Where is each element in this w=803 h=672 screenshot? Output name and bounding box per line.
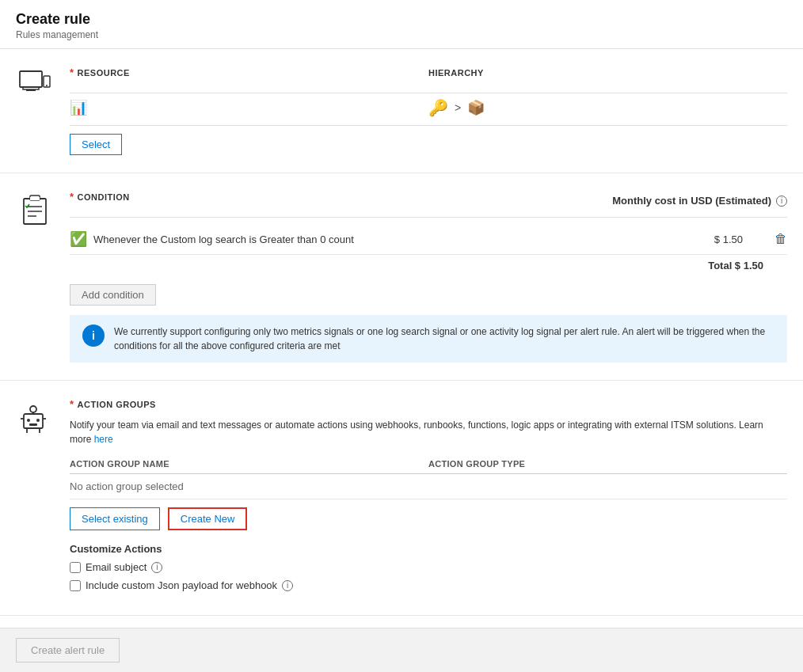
create-new-button[interactable]: Create New	[168, 507, 248, 530]
action-groups-description: Notify your team via email and text mess…	[70, 418, 787, 446]
ag-empty-row: No action group selected	[70, 474, 787, 499]
svg-rect-2	[26, 89, 36, 91]
customize-actions: Customize Actions Email subject i Includ…	[70, 543, 787, 591]
info-circle-icon: i	[82, 325, 105, 347]
action-groups-icon	[16, 401, 51, 436]
json-payload-row: Include custom Json payload for webhook …	[70, 579, 787, 591]
condition-text: Whenever the Custom log search is Greate…	[93, 233, 354, 245]
resource-section-icon	[16, 66, 54, 98]
json-payload-label: Include custom Json payload for webhook	[86, 579, 277, 591]
ag-col-type: ACTION GROUP TYPE	[428, 459, 787, 469]
delete-condition-icon[interactable]: 🗑	[774, 232, 787, 246]
condition-label: * CONDITION	[70, 191, 130, 203]
info-message: We currently support configuring only tw…	[114, 325, 774, 353]
select-resource-button[interactable]: Select	[70, 134, 122, 155]
email-subject-info-icon[interactable]: i	[151, 562, 162, 573]
svg-point-4	[46, 85, 48, 86]
condition-section-icon	[16, 191, 54, 226]
resource-hierarchy-row: 📊 🔑 > 📦	[70, 98, 787, 126]
svg-rect-1	[23, 87, 39, 89]
customize-actions-title: Customize Actions	[70, 543, 787, 555]
email-subject-label: Email subject	[86, 561, 147, 573]
hierarchy-header: HIERARCHY	[428, 68, 787, 85]
svg-rect-0	[20, 71, 42, 87]
page-header: Create rule Rules management	[0, 0, 803, 49]
resource-label: * RESOURCE	[70, 66, 428, 78]
hierarchy-icons-area: 🔑 > 📦	[428, 98, 787, 117]
cost-label: Monthly cost in USD (Estimated)	[612, 195, 771, 207]
condition-section: * CONDITION Monthly cost in USD (Estimat…	[0, 173, 803, 381]
condition-icon	[21, 194, 49, 226]
action-groups-label: * ACTION GROUPS	[70, 398, 787, 410]
ag-table-header: ACTION GROUP NAME ACTION GROUP TYPE	[70, 454, 787, 474]
email-subject-row: Email subject i	[70, 561, 787, 573]
json-payload-checkbox[interactable]	[70, 580, 81, 591]
cost-info-icon[interactable]: i	[776, 196, 787, 207]
page-title: Create rule	[16, 11, 787, 28]
condition-left: ✅ Whenever the Custom log search is Grea…	[70, 230, 354, 248]
condition-header-row: * CONDITION Monthly cost in USD (Estimat…	[70, 191, 787, 218]
svg-rect-16	[29, 423, 37, 426]
hierarchy-label: HIERARCHY	[428, 68, 787, 78]
resource-bar-chart-icon: 📊	[70, 100, 87, 116]
svg-point-14	[27, 419, 30, 422]
resource-header-row: * RESOURCE HIERARCHY	[70, 66, 787, 93]
condition-section-body: * CONDITION Monthly cost in USD (Estimat…	[70, 191, 787, 363]
condition-check-icon: ✅	[70, 230, 87, 248]
hierarchy-box-icon: 📦	[467, 99, 485, 116]
page-wrapper: Create rule Rules management	[0, 0, 803, 672]
json-payload-info-icon[interactable]: i	[282, 580, 293, 591]
ag-buttons: Select existing Create New	[70, 507, 787, 530]
add-condition-button[interactable]: Add condition	[70, 284, 156, 306]
resource-icon-area: 📊	[70, 99, 428, 116]
svg-point-12	[30, 406, 36, 412]
action-groups-body: * ACTION GROUPS Notify your team via ema…	[70, 398, 787, 598]
condition-cost: $ 1.50	[714, 233, 743, 245]
ag-col-name: ACTION GROUP NAME	[70, 459, 428, 469]
cost-header: Monthly cost in USD (Estimated) i	[612, 195, 787, 207]
resource-section: * RESOURCE HIERARCHY 📊 🔑 >	[0, 49, 803, 173]
select-existing-button[interactable]: Select existing	[70, 507, 160, 530]
select-button-area: Select	[70, 134, 787, 155]
cost-total: Total $ 1.50	[70, 255, 787, 276]
action-groups-header-row: * ACTION GROUPS Notify your team via ema…	[16, 398, 787, 598]
resource-icon	[18, 70, 51, 98]
svg-rect-11	[24, 414, 43, 428]
hierarchy-key-icon: 🔑	[428, 98, 448, 117]
create-alert-rule-button[interactable]: Create alert rule	[16, 638, 120, 663]
action-groups-section: * ACTION GROUPS Notify your team via ema…	[0, 381, 803, 616]
action-groups-desc-text: Notify your team via email and text mess…	[70, 420, 763, 445]
footer: Create alert rule	[0, 628, 803, 672]
resource-header: * RESOURCE	[70, 66, 428, 86]
resource-section-body: * RESOURCE HIERARCHY 📊 🔑 >	[70, 66, 787, 155]
svg-point-15	[36, 419, 40, 422]
condition-info-box: i We currently support configuring only …	[70, 315, 787, 363]
learn-more-link[interactable]: here	[94, 434, 113, 445]
email-subject-checkbox[interactable]	[70, 562, 81, 573]
resource-required-star: *	[70, 66, 74, 78]
page-subtitle: Rules management	[16, 29, 787, 40]
condition-row: ✅ Whenever the Custom log search is Grea…	[70, 224, 787, 255]
svg-rect-7	[30, 197, 40, 200]
hierarchy-arrow-icon: >	[455, 101, 461, 114]
condition-right: $ 1.50 🗑	[714, 232, 787, 246]
action-groups-icon-area	[16, 398, 54, 439]
content-area: * RESOURCE HIERARCHY 📊 🔑 >	[0, 49, 803, 628]
